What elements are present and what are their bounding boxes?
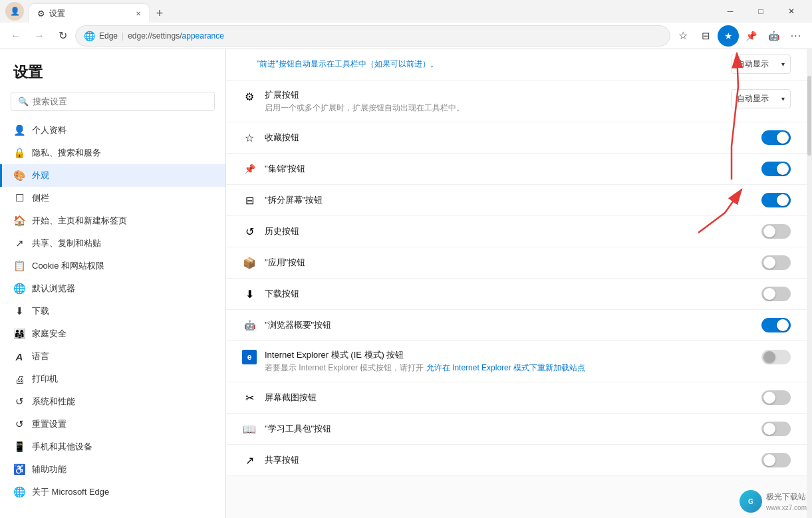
learning-tools-toggle[interactable] — [761, 422, 791, 436]
screenshot-toggle[interactable] — [761, 390, 791, 405]
setting-row-learning-tools: 📖 "学习工具包"按钮 — [226, 414, 807, 445]
nav-item-default-browser[interactable]: 🌐 默认浏览器 — [0, 277, 225, 300]
toolbar: ← → ↻ 🌐 Edge | edge://settings/appearanc… — [0, 23, 812, 49]
ie-mode-setting-desc: 若要显示 Internet Explorer 模式按钮，请打开 允许在 Inte… — [265, 362, 753, 374]
window-controls: ─ □ ✕ — [715, 0, 807, 23]
nav-item-privacy[interactable]: 🔒 隐私、搜索和服务 — [0, 142, 225, 164]
pinned-icon-button[interactable]: 📌 — [740, 25, 761, 47]
downloads-toggle-knob — [763, 288, 775, 300]
browser-essentials-toggle[interactable] — [761, 318, 791, 332]
scrollbar-thumb[interactable] — [807, 76, 811, 156]
favorites-icon-button[interactable]: ☆ — [672, 25, 694, 47]
setting-row-share: ↗ 共享按钮 — [226, 445, 807, 476]
favorites-setting-title: 收藏按钮 — [265, 132, 753, 144]
refresh-button[interactable]: ↻ — [52, 25, 73, 47]
search-input[interactable] — [33, 96, 207, 106]
forward-button[interactable]: → — [29, 25, 50, 47]
search-box[interactable]: 🔍 — [11, 92, 215, 111]
tab-close-icon[interactable]: ✕ — [136, 10, 141, 17]
ie-mode-setting-title: Internet Explorer 模式 (IE 模式) 按钮 — [265, 349, 753, 361]
nav-browser-icon: 🌐 — [13, 283, 25, 295]
nav-item-mobile[interactable]: 📱 手机和其他设备 — [0, 436, 225, 458]
setting-row-collections: 📌 "集锦"按钮 — [226, 154, 807, 185]
more-icon-button[interactable]: ··· — [785, 25, 807, 47]
edge-logo-icon: 🌐 — [84, 31, 95, 41]
new-tab-button[interactable]: + — [150, 4, 169, 23]
nav-item-downloads[interactable]: ⬇ 下载 — [0, 300, 225, 323]
nav-family-icon: 👨‍👩‍👧 — [13, 328, 25, 340]
nav-cookies-label: Cookie 和网站权限 — [32, 260, 104, 272]
split-setting-title: "拆分屏幕"按钮 — [265, 194, 753, 206]
screenshot-setting-title: 屏幕截图按钮 — [265, 392, 753, 404]
share-toggle[interactable] — [761, 453, 791, 467]
nav-language-icon: A — [13, 351, 25, 362]
nav-item-share[interactable]: ↗ 共享、复制和粘贴 — [0, 232, 225, 255]
nav-item-reset[interactable]: ↺ 重置设置 — [0, 413, 225, 436]
screenshot-toggle-knob — [763, 392, 775, 404]
nav-family-label: 家庭安全 — [32, 328, 67, 340]
collections-toggle-knob — [777, 163, 789, 175]
nav-about-label: 关于 Microsoft Edge — [32, 486, 109, 498]
nav-mobile-label: 手机和其他设备 — [32, 441, 92, 453]
browser-essentials-setting-icon: 🤖 — [242, 320, 257, 330]
watermark-text: 极光下载站www.xz7.com — [766, 491, 807, 512]
profile-avatar[interactable]: 👤 — [5, 2, 24, 21]
nav-item-about[interactable]: 🌐 关于 Microsoft Edge — [0, 481, 225, 503]
split-screen-icon-button[interactable]: ⊟ — [695, 25, 716, 47]
address-edge-label: Edge — [99, 31, 118, 41]
nav-appearance-icon: 🎨 — [13, 170, 25, 182]
history-toggle[interactable] — [761, 224, 791, 239]
nav-item-language[interactable]: A 语言 — [0, 345, 225, 368]
maximize-button[interactable]: □ — [745, 0, 776, 23]
nav-item-profile[interactable]: 👤 个人资料 — [0, 119, 225, 142]
nav-start-icon: 🏠 — [13, 215, 25, 227]
scrollbar-track[interactable] — [807, 49, 812, 518]
watermark: G 极光下载站www.xz7.com — [740, 490, 807, 513]
copilot-icon-button[interactable]: 🤖 — [763, 25, 784, 47]
nav-item-start[interactable]: 🏠 开始、主页和新建标签页 — [0, 209, 225, 232]
share-setting-title: 共享按钮 — [265, 454, 753, 466]
nav-item-cookies[interactable]: 📋 Cookie 和网站权限 — [0, 255, 225, 277]
extensions-dropdown-label: 自动显示 — [737, 93, 769, 104]
ie-mode-toggle[interactable] — [761, 350, 791, 364]
extensions-setting-title: 扩展按钮 — [265, 89, 723, 101]
collections-icon-button[interactable]: ★ — [718, 25, 739, 47]
split-toggle[interactable] — [761, 193, 791, 207]
nav-item-appearance[interactable]: 🎨 外观 — [0, 164, 225, 187]
favorites-toggle[interactable] — [761, 130, 791, 145]
downloads-setting-icon: ⬇ — [242, 288, 257, 301]
top-dropdown[interactable]: 自动显示 ▾ — [731, 55, 791, 74]
nav-item-accessibility[interactable]: ♿ 辅助功能 — [0, 458, 225, 481]
top-partial-text: "前进"按钮自动显示在工具栏中（如果可以前进）。 — [257, 59, 438, 70]
nav-reset-icon: ↺ — [13, 418, 25, 430]
toolbar-right: ☆ ⊟ ★ 📌 🤖 ··· — [672, 25, 807, 47]
downloads-setting-title: 下载按钮 — [265, 288, 753, 300]
nav-item-family[interactable]: 👨‍👩‍👧 家庭安全 — [0, 323, 225, 345]
extensions-setting-info: 扩展按钮 启用一个或多个扩展时，扩展按钮自动出现在工具栏中。 — [265, 89, 723, 114]
collections-toggle[interactable] — [761, 162, 791, 176]
nav-sidebar-icon: ☐ — [13, 192, 25, 204]
nav-item-printer[interactable]: 🖨 打印机 — [0, 368, 225, 390]
apps-setting-icon: 📦 — [242, 257, 257, 269]
downloads-toggle[interactable] — [761, 287, 791, 301]
nav-profile-label: 个人资料 — [32, 124, 67, 136]
nav-profile-icon: 👤 — [13, 124, 25, 136]
settings-tab[interactable]: ⚙ 设置 ✕ — [29, 4, 149, 23]
apps-toggle[interactable] — [761, 255, 791, 270]
top-partial-row: "前进"按钮自动显示在工具栏中（如果可以前进）。 自动显示 ▾ — [226, 49, 807, 81]
ie-mode-link[interactable]: 允许在 Internet Explorer 模式下重新加载站点 — [426, 363, 585, 372]
nav-item-system[interactable]: ↺ 系统和性能 — [0, 390, 225, 413]
apps-setting-info: "应用"按钮 — [265, 257, 753, 269]
address-bar[interactable]: 🌐 Edge | edge://settings/appearance — [75, 25, 670, 47]
back-button[interactable]: ← — [5, 25, 27, 47]
learning-tools-setting-info: "学习工具包"按钮 — [265, 423, 753, 435]
nav-downloads-icon: ⬇ — [13, 305, 25, 317]
nav-cookies-icon: 📋 — [13, 260, 25, 272]
extensions-dropdown[interactable]: 自动显示 ▾ — [731, 89, 791, 108]
setting-row-downloads: ⬇ 下载按钮 — [226, 279, 807, 310]
close-button[interactable]: ✕ — [776, 0, 807, 23]
apps-toggle-knob — [763, 257, 775, 269]
nav-item-sidebar[interactable]: ☐ 侧栏 — [0, 187, 225, 209]
minimize-button[interactable]: ─ — [715, 0, 745, 23]
nav-browser-label: 默认浏览器 — [32, 283, 75, 295]
